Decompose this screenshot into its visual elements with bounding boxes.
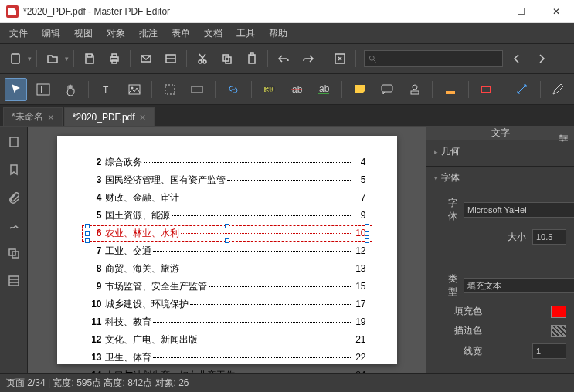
- search-input[interactable]: [380, 53, 499, 64]
- undo-button[interactable]: [273, 48, 294, 69]
- save-button[interactable]: [79, 48, 100, 69]
- open-button[interactable]: [42, 48, 63, 69]
- menu-object[interactable]: 对象: [100, 24, 131, 43]
- font-label: 字体: [448, 197, 457, 223]
- tab-document[interactable]: *2020_PDF.pdf×: [64, 107, 155, 126]
- resize-handle[interactable]: [225, 238, 229, 243]
- tabbar: *未命名× *2020_PDF.pdf×: [0, 105, 574, 127]
- menu-help[interactable]: 帮助: [263, 24, 294, 43]
- linewidth-input[interactable]: [532, 343, 566, 359]
- toc-line[interactable]: 5国土资源、能源9: [88, 209, 366, 222]
- menu-annotate[interactable]: 批注: [133, 24, 164, 43]
- strikeout-tool[interactable]: ab: [285, 78, 307, 101]
- svg-rect-31: [481, 86, 491, 93]
- toc-line[interactable]: 8商贸、海关、旅游13: [88, 262, 366, 275]
- size-input[interactable]: [532, 229, 566, 245]
- svg-rect-0: [12, 54, 19, 63]
- select-tool[interactable]: [5, 78, 27, 101]
- resize-handle[interactable]: [365, 231, 369, 236]
- font-input[interactable]: [464, 202, 574, 218]
- highlight-tool[interactable]: ab: [258, 78, 280, 101]
- menu-tools[interactable]: 工具: [230, 24, 261, 43]
- resize-handle[interactable]: [85, 238, 90, 243]
- svg-point-37: [565, 137, 567, 140]
- signatures-panel-button[interactable]: [5, 216, 23, 235]
- close-button[interactable]: ✕: [538, 0, 574, 23]
- image-tool[interactable]: [123, 78, 145, 101]
- scan-button[interactable]: [160, 48, 182, 69]
- properties-panel: 文字 ▸几何 ▾字体 字体 大小 类型 填充色 描边色 线宽: [426, 127, 574, 373]
- toc-line[interactable]: 13卫生、体育22: [88, 351, 366, 364]
- svg-text:ab: ab: [265, 83, 276, 94]
- minimize-button[interactable]: ─: [467, 0, 503, 23]
- toc-line[interactable]: 10城乡建设、环境保护17: [88, 298, 366, 311]
- note-tool[interactable]: [348, 78, 371, 101]
- rect-tool[interactable]: [475, 78, 498, 101]
- resize-handle[interactable]: [365, 238, 369, 243]
- resize-handle[interactable]: [85, 231, 90, 236]
- copy-button[interactable]: [216, 48, 238, 69]
- toc-line[interactable]: 3国民经济管理、国有资产监管5: [88, 174, 366, 187]
- svg-point-18: [131, 86, 133, 89]
- document-viewport[interactable]: 2综合政务43国民经济管理、国有资产监管54财政、金融、审计75国土资源、能源9…: [28, 127, 426, 373]
- stamp-tool[interactable]: [403, 78, 426, 101]
- pages-panel-button[interactable]: [5, 133, 23, 151]
- email-button[interactable]: [135, 48, 157, 69]
- link-tool[interactable]: [222, 78, 244, 101]
- maximize-button[interactable]: ☐: [503, 0, 538, 23]
- toc-line[interactable]: 12文化、广电、新闻出版21: [88, 333, 366, 346]
- close-icon[interactable]: ×: [48, 111, 54, 123]
- toc-line[interactable]: 11科技、教育19: [88, 316, 366, 329]
- paste-button[interactable]: [241, 48, 263, 69]
- type-label: 类型: [448, 272, 457, 299]
- search-panel-button[interactable]: [5, 272, 23, 290]
- layers-panel-button[interactable]: [5, 244, 23, 262]
- toc-line[interactable]: 7工业、交通12: [88, 245, 366, 258]
- menu-form[interactable]: 表单: [165, 24, 196, 43]
- fit-button[interactable]: [329, 48, 351, 69]
- pencil-tool[interactable]: [547, 78, 569, 101]
- search-next-button[interactable]: [531, 48, 552, 69]
- text-edit-tool[interactable]: T: [32, 78, 54, 101]
- tab-unnamed[interactable]: *未命名×: [3, 107, 63, 126]
- cut-button[interactable]: [192, 48, 213, 69]
- attachments-panel-button[interactable]: [5, 188, 23, 207]
- toc-line[interactable]: 2综合政务4: [88, 156, 366, 169]
- settings-icon[interactable]: [557, 132, 569, 144]
- rect-select-tool[interactable]: [158, 78, 181, 101]
- section-font: ▾字体 字体 大小 类型 填充色 描边色 线宽: [426, 167, 574, 373]
- search-box[interactable]: [364, 50, 503, 67]
- resize-handle[interactable]: [225, 224, 229, 228]
- toc-line[interactable]: 6农业、林业、水利10: [88, 227, 366, 240]
- resize-handle[interactable]: [85, 224, 90, 228]
- pdf-page: 2综合政务43国民经济管理、国有资产监管54财政、金融、审计75国土资源、能源9…: [57, 136, 397, 364]
- hand-tool[interactable]: [59, 78, 82, 101]
- status-text: 页面 2/34 | 宽度: 595点 高度: 842点 对象: 26: [6, 377, 189, 390]
- close-icon[interactable]: ×: [140, 111, 146, 123]
- menu-document[interactable]: 文档: [198, 24, 229, 43]
- menu-view[interactable]: 视图: [68, 24, 99, 43]
- measure-tool[interactable]: [511, 78, 533, 101]
- menu-file[interactable]: 文件: [3, 24, 34, 43]
- toc-line[interactable]: 9市场监管、安全生产监管15: [88, 280, 366, 293]
- search-prev-button[interactable]: [506, 48, 528, 69]
- bookmarks-panel-button[interactable]: [5, 161, 23, 179]
- underline-tool[interactable]: ab: [313, 78, 335, 101]
- svg-text:ab: ab: [319, 83, 330, 94]
- text-tool[interactable]: T: [95, 78, 117, 101]
- section-geometry[interactable]: ▸几何: [426, 140, 574, 167]
- new-button[interactable]: [5, 48, 26, 69]
- stroke-color-swatch[interactable]: [551, 325, 566, 337]
- toc-line[interactable]: 4财政、金融、审计7: [88, 191, 366, 204]
- fill-color-swatch[interactable]: [551, 306, 566, 318]
- comment-tool[interactable]: [375, 78, 398, 101]
- redo-button[interactable]: [297, 48, 319, 69]
- type-input[interactable]: [464, 278, 574, 293]
- form-tool[interactable]: [186, 78, 209, 101]
- highlight-area-tool[interactable]: [439, 78, 461, 101]
- resize-handle[interactable]: [365, 224, 369, 228]
- menu-edit[interactable]: 编辑: [36, 24, 66, 43]
- svg-rect-35: [9, 276, 19, 286]
- svg-point-36: [560, 135, 562, 137]
- print-button[interactable]: [104, 48, 125, 69]
